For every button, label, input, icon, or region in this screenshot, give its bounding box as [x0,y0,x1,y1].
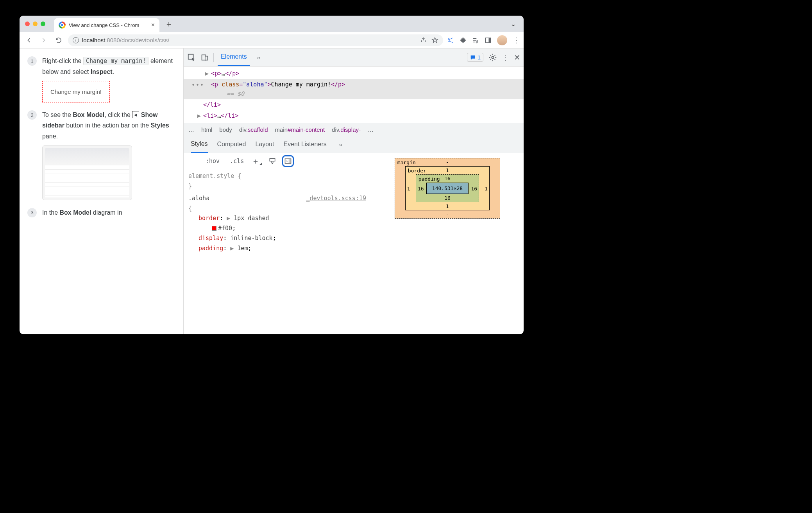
box-value[interactable]: 16 [418,185,424,191]
back-button[interactable] [23,35,34,46]
reload-button[interactable] [53,35,64,46]
box-value[interactable]: 16 [444,176,451,181]
extensions-icon[interactable] [460,37,467,44]
svg-point-5 [492,56,494,59]
box-content[interactable]: 140.531×28 [426,183,469,194]
box-value[interactable]: 1 [485,185,488,191]
devtools-menu-icon[interactable]: ⋮ [502,53,509,62]
chrome-favicon-icon [59,22,66,29]
demo-element[interactable]: Change my margin! [42,81,110,103]
box-value[interactable]: 1 [446,203,449,209]
step-text: , click the [104,111,132,118]
crumb-overflow[interactable]: … [188,126,194,133]
crumb[interactable]: main#main-content [275,126,325,133]
dom-node[interactable]: </li> [184,99,524,110]
close-devtools-icon[interactable]: ✕ [514,53,520,62]
svg-rect-8 [289,159,291,163]
crumb-overflow[interactable]: … [368,126,374,133]
inspect-element-icon[interactable] [187,53,196,62]
styles-rules[interactable]: element.style { } .aloha _devtools.scss:… [184,169,371,256]
minimize-window-icon[interactable] [33,22,38,26]
breadcrumb[interactable]: … html body div.scaffold main#main-conte… [184,123,524,136]
crumb[interactable]: body [219,126,232,133]
tab-layout[interactable]: Layout [255,137,274,152]
code-chip: Change my margin! [83,57,149,65]
css-value[interactable]: inline-block [230,235,272,242]
new-tab-button[interactable]: ＋ [165,19,173,29]
box-value[interactable]: - [495,185,498,191]
show-sidebar-button[interactable] [282,155,294,167]
styles-tabbar: Styles Computed Layout Event Listeners » [184,136,524,153]
box-border[interactable]: border 1 1 1 1 padding 16 16 16 [405,166,490,210]
profile-avatar[interactable] [497,35,507,45]
box-value[interactable]: - [446,159,449,165]
dom-node[interactable]: ▶<p>…</p> [184,68,524,79]
dom-actions-icon[interactable]: ••• [191,81,204,90]
maximize-window-icon[interactable] [41,22,45,26]
tab-computed[interactable]: Computed [217,137,246,152]
box-value[interactable]: 16 [444,195,451,201]
rule-close: } [188,183,192,190]
box-value[interactable]: 16 [471,185,477,191]
tab-elements[interactable]: Elements [218,49,250,66]
more-tabs-icon[interactable]: » [254,53,263,62]
css-value[interactable]: 1em [237,245,248,252]
scissors-extension-icon[interactable] [447,37,454,44]
step-text: . [113,68,114,75]
screenshot-thumbnail[interactable] [42,145,132,200]
close-window-icon[interactable] [25,22,30,26]
new-rule-button[interactable]: ＋◢ [251,155,263,167]
sidepanel-icon[interactable] [485,37,492,44]
playlist-icon[interactable] [472,37,479,44]
issues-button[interactable]: 1 [467,53,483,62]
crumb[interactable]: div.scaffold [239,126,268,133]
box-margin[interactable]: margin - - - - border 1 1 1 1 [395,158,500,219]
css-value[interactable]: #f00 [218,225,232,232]
box-dimensions[interactable]: 140.531×28 [432,185,463,191]
rule-selector[interactable]: element.style { [188,172,241,179]
rule-selector[interactable]: .aloha [188,194,209,204]
devtools-panel: Elements » 1 ⋮ ✕ ▶<p>…</p> ••• <p class=… [184,48,524,334]
css-property[interactable]: border [199,215,220,222]
box-value[interactable]: 1 [407,185,410,191]
device-toolbar-icon[interactable] [200,53,209,62]
box-padding[interactable]: padding 16 16 16 16 140.531×28 [416,174,479,202]
docs-page: 1 Right-click the Change my margin! elem… [20,48,184,334]
box-value[interactable]: - [397,185,400,191]
share-icon[interactable] [420,37,427,43]
box-model-diagram[interactable]: margin - - - - border 1 1 1 1 [371,153,524,334]
dom-node-selected[interactable]: ••• <p class="aloha">Change my margin!</… [184,79,524,99]
close-tab-icon[interactable]: × [151,22,155,29]
color-swatch-icon[interactable] [212,226,216,231]
browser-menu-icon[interactable]: ⋮ [513,36,520,45]
tab-overflow-icon[interactable]: ⌄ [511,20,520,28]
step-2: 2 To see the Box Model, click the ◀ Show… [27,109,175,200]
css-property[interactable]: padding [199,245,223,252]
dom-tree[interactable]: ▶<p>…</p> ••• <p class="aloha">Change my… [184,66,524,123]
bookmark-icon[interactable] [431,37,438,44]
box-value[interactable]: - [446,212,449,217]
step-text: To see the [42,111,73,118]
forward-button[interactable] [38,35,49,46]
more-tabs-icon[interactable]: » [336,140,345,149]
crumb[interactable]: html [201,126,212,133]
box-value[interactable]: 1 [446,167,449,173]
browser-tab[interactable]: View and change CSS - Chrom × [54,18,159,32]
paint-brush-icon[interactable] [266,155,278,167]
step-badge: 2 [27,110,37,120]
hov-button[interactable]: :hov [202,156,223,166]
site-info-icon[interactable]: i [73,37,79,43]
rule-source-link[interactable]: _devtools.scss:19 [306,194,366,204]
css-property[interactable]: display [199,235,223,242]
crumb[interactable]: div.display- [332,126,361,133]
step-body: To see the Box Model, click the ◀ Show s… [42,109,175,200]
cls-button[interactable]: .cls [227,156,247,166]
address-bar[interactable]: i localhost:8080/docs/devtools/css/ [68,34,443,46]
tab-event-listeners[interactable]: Event Listeners [283,137,326,152]
step-body: Right-click the Change my margin! elemen… [42,56,175,102]
css-value[interactable]: 1px dashed [234,215,269,222]
styles-pane: :hov .cls ＋◢ element.style { } .aloha _d… [184,153,371,334]
settings-icon[interactable] [488,53,497,62]
tab-styles[interactable]: Styles [191,136,208,153]
dom-node[interactable]: ▶<li>…</li> [184,110,524,121]
